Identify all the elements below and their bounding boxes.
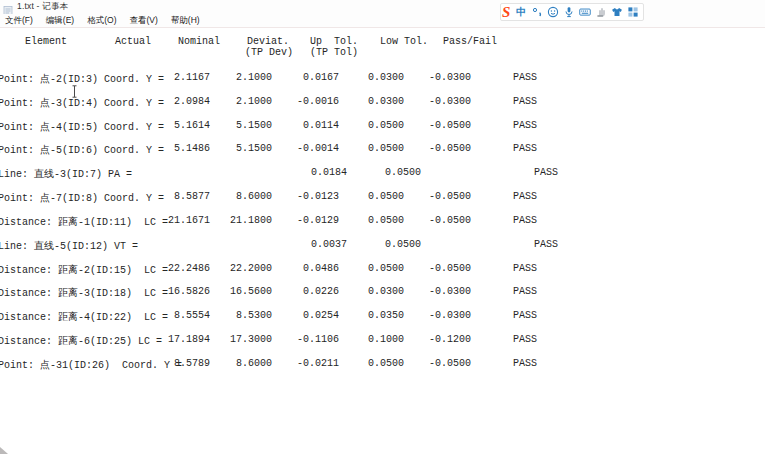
row-low-tol: -0.0500 bbox=[379, 191, 471, 202]
menu-item-2[interactable]: 格式(O) bbox=[87, 15, 116, 27]
table-row: Point: 点-4(ID:5) Coord. Y = 5.1614 5.150… bbox=[0, 120, 765, 134]
col-subheader-tp-tol: (TP Tol) bbox=[310, 47, 358, 58]
table-row: Line: 直线-3(ID:7) PA = 0.0184 0.0500 PASS bbox=[0, 167, 765, 181]
table-row: Distance: 距离-4(ID:22) LC = 8.5554 8.5300… bbox=[0, 310, 765, 324]
col-subheader-tp-dev: (TP Dev) bbox=[245, 47, 293, 58]
row-result: PASS bbox=[494, 334, 556, 345]
row-result: PASS bbox=[494, 120, 556, 131]
col-header-low-tol: Low Tol. bbox=[380, 36, 428, 47]
notepad-window: 1.txt - 记事本 文件(F)编辑(E)格式(O)查看(V)帮助(H) S … bbox=[0, 0, 765, 454]
menu-item-4[interactable]: 帮助(H) bbox=[171, 15, 200, 27]
row-result: PASS bbox=[515, 239, 577, 250]
table-row: Point: 点-2(ID:3) Coord. Y = 2.1167 2.100… bbox=[0, 72, 765, 86]
punctuation-icon[interactable] bbox=[531, 6, 543, 18]
row-low-tol: -0.0500 bbox=[379, 120, 471, 131]
row-low-tol: -0.0500 bbox=[379, 143, 471, 154]
toolbox-icon[interactable] bbox=[627, 6, 639, 18]
row-result: PASS bbox=[494, 215, 556, 226]
table-row: Point: 点-3(ID:4) Coord. Y = 2.0984 2.100… bbox=[0, 96, 765, 110]
row-result: PASS bbox=[515, 167, 577, 178]
row-result: PASS bbox=[494, 191, 556, 202]
menu-item-1[interactable]: 编辑(E) bbox=[46, 15, 74, 27]
menu-item-3[interactable]: 查看(V) bbox=[129, 15, 157, 27]
menu-bar: 文件(F)编辑(E)格式(O)查看(V)帮助(H) bbox=[0, 14, 765, 28]
row-result: PASS bbox=[494, 96, 556, 107]
table-row: Point: 点-5(ID:6) Coord. Y = 5.1486 5.150… bbox=[0, 143, 765, 157]
col-header-nominal: Nominal bbox=[178, 36, 220, 47]
col-header-pass-fail: Pass/Fail bbox=[443, 36, 497, 47]
emoji-icon[interactable] bbox=[547, 6, 559, 18]
skin-icon[interactable] bbox=[611, 6, 623, 18]
sogou-logo-icon[interactable]: S bbox=[501, 4, 511, 20]
row-label: Line: 直线-5(ID:12) VT = bbox=[0, 239, 258, 253]
table-row: Distance: 距离-1(ID:11) LC = 21.1671 21.18… bbox=[0, 215, 765, 229]
table-row: Line: 直线-5(ID:12) VT = 0.0037 0.0500 PAS… bbox=[0, 239, 765, 253]
table-row: Distance: 距离-3(ID:18) LC = 16.5826 16.56… bbox=[0, 286, 765, 300]
row-low-tol: -0.1200 bbox=[379, 334, 471, 345]
handwriting-icon[interactable] bbox=[595, 6, 607, 18]
table-row: Point: 点-31(ID:26) Coord. Y = 8.5789 8.6… bbox=[0, 358, 765, 372]
window-title: 1.txt - 记事本 bbox=[17, 1, 68, 13]
row-result: PASS bbox=[494, 286, 556, 297]
chinese-mode-icon[interactable]: 中 bbox=[515, 6, 527, 18]
row-low-tol: -0.0500 bbox=[379, 358, 471, 369]
table-row: Distance: 距离-6(ID:25) LC = 17.1894 17.30… bbox=[0, 334, 765, 348]
col-header-element: Element bbox=[25, 36, 67, 47]
row-low-tol: -0.0500 bbox=[379, 215, 471, 226]
microphone-icon[interactable] bbox=[563, 6, 575, 18]
table-row: Point: 点-7(ID:8) Coord. Y = 8.5877 8.600… bbox=[0, 191, 765, 205]
row-label: Line: 直线-3(ID:7) PA = bbox=[0, 167, 258, 181]
table-row: Distance: 距离-2(ID:15) LC = 22.2486 22.20… bbox=[0, 263, 765, 277]
col-header-deviat: Deviat. bbox=[247, 36, 289, 47]
row-low-tol: -0.0300 bbox=[379, 72, 471, 83]
row-up-tol: 0.0500 bbox=[329, 167, 421, 178]
text-area[interactable]: Element Actual Nominal Deviat. Up Tol. L… bbox=[0, 28, 765, 448]
row-low-tol: -0.0300 bbox=[379, 286, 471, 297]
notepad-icon bbox=[3, 2, 13, 12]
row-result: PASS bbox=[494, 358, 556, 369]
row-up-tol: 0.0500 bbox=[329, 239, 421, 250]
ime-toolbar: S 中 bbox=[500, 3, 644, 21]
row-low-tol: -0.0300 bbox=[379, 96, 471, 107]
row-low-tol: -0.0500 bbox=[379, 263, 471, 274]
corner-mark bbox=[0, 447, 8, 454]
col-header-up-tol: Up Tol. bbox=[310, 36, 358, 47]
col-header-actual: Actual bbox=[115, 36, 151, 47]
row-result: PASS bbox=[494, 72, 556, 83]
keyboard-icon[interactable] bbox=[579, 6, 591, 18]
row-low-tol: -0.0300 bbox=[379, 310, 471, 321]
row-result: PASS bbox=[494, 143, 556, 154]
row-result: PASS bbox=[494, 263, 556, 274]
row-result: PASS bbox=[494, 310, 556, 321]
menu-item-0[interactable]: 文件(F) bbox=[5, 15, 33, 27]
title-bar[interactable]: 1.txt - 记事本 bbox=[0, 0, 765, 14]
